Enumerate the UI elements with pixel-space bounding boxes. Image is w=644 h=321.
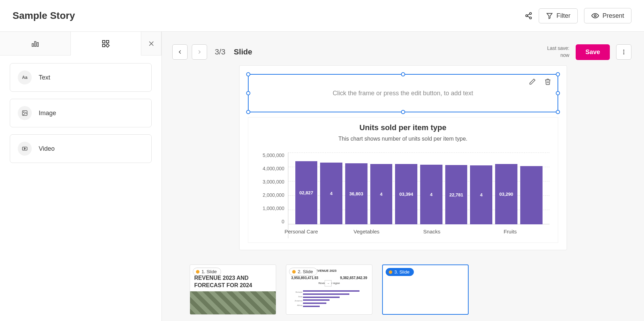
chevron-right-icon bbox=[196, 49, 203, 55]
canvas-toolbar: 3/3 Slide Last save: now Save bbox=[162, 40, 644, 64]
prev-slide-button[interactable] bbox=[172, 44, 188, 60]
thumbnail-3[interactable]: 3. Slide bbox=[382, 264, 469, 315]
resize-handle[interactable] bbox=[556, 72, 560, 76]
resize-handle[interactable] bbox=[556, 91, 560, 95]
chart-title: Units sold per item type bbox=[359, 123, 446, 132]
thumbnail-badge: 1. Slide bbox=[193, 268, 221, 276]
sidebar-content: Aa Text Image Video bbox=[0, 55, 161, 171]
video-icon bbox=[18, 142, 32, 156]
svg-point-21 bbox=[623, 52, 624, 53]
svg-rect-11 bbox=[106, 40, 109, 43]
sidebar: Aa Text Image Video bbox=[0, 32, 162, 321]
thumbnail-badge: 2. Slide bbox=[289, 268, 317, 276]
y-tick: 4,000,000 bbox=[263, 166, 284, 171]
y-tick: 3,000,000 bbox=[263, 179, 284, 185]
chart-bar: 4 bbox=[370, 164, 393, 224]
svg-rect-10 bbox=[103, 40, 105, 43]
edit-frame-button[interactable] bbox=[529, 78, 536, 87]
y-tick: 0 bbox=[282, 219, 285, 224]
chart-bar: 4 bbox=[320, 163, 342, 224]
chart-plot: 5,000,0004,000,0003,000,0002,000,0001,00… bbox=[257, 152, 550, 238]
sidebar-tabs bbox=[0, 32, 161, 55]
kebab-icon bbox=[621, 49, 627, 55]
filter-button[interactable]: Filter bbox=[539, 8, 578, 23]
tab-charts[interactable] bbox=[0, 32, 71, 55]
svg-point-0 bbox=[530, 13, 532, 15]
widget-text-label: Text bbox=[39, 74, 50, 81]
svg-point-22 bbox=[623, 53, 624, 54]
text-frame-selected[interactable]: Click the frame or press the edit button… bbox=[248, 74, 558, 112]
top-bar: Sample Story Filter Present bbox=[0, 0, 644, 32]
widget-text[interactable]: Aa Text bbox=[10, 63, 152, 92]
svg-point-20 bbox=[623, 50, 624, 51]
last-save-label: Last save: bbox=[547, 45, 569, 52]
widget-image[interactable]: Image bbox=[10, 99, 152, 127]
svg-point-1 bbox=[526, 15, 528, 17]
chart-bar bbox=[520, 166, 543, 224]
image-icon bbox=[18, 106, 32, 120]
slide-position: 3/3 bbox=[215, 47, 226, 57]
chevron-left-icon bbox=[177, 49, 183, 55]
filter-label: Filter bbox=[556, 12, 570, 20]
status-dot-icon bbox=[292, 270, 296, 274]
share-button[interactable] bbox=[525, 12, 532, 20]
resize-handle[interactable] bbox=[246, 72, 250, 76]
widget-video[interactable]: Video bbox=[10, 134, 152, 163]
svg-rect-7 bbox=[32, 44, 33, 46]
slide-name[interactable]: Slide bbox=[234, 47, 252, 57]
y-tick: 2,000,000 bbox=[263, 192, 284, 198]
y-tick: 5,000,000 bbox=[263, 152, 284, 158]
resize-handle[interactable] bbox=[556, 110, 560, 114]
next-slide-button[interactable] bbox=[192, 44, 207, 60]
status-dot-icon bbox=[196, 270, 199, 274]
svg-marker-5 bbox=[547, 13, 552, 18]
status-dot-icon bbox=[389, 270, 392, 274]
resize-handle[interactable] bbox=[401, 110, 405, 114]
filter-icon bbox=[546, 12, 553, 19]
svg-rect-12 bbox=[103, 44, 105, 47]
present-label: Present bbox=[603, 12, 624, 20]
chart-frame[interactable]: Units sold per item type This chart show… bbox=[248, 117, 558, 243]
top-actions: Filter Present bbox=[525, 8, 631, 23]
thumbnail-2[interactable]: 2. Slide REVENUE 2023 3,950,893,471.93 9… bbox=[286, 264, 372, 315]
more-actions-button[interactable] bbox=[616, 44, 631, 60]
present-button[interactable]: Present bbox=[584, 8, 631, 23]
chart-icon bbox=[31, 39, 39, 48]
svg-marker-19 bbox=[24, 148, 26, 150]
save-button[interactable]: Save bbox=[576, 44, 610, 60]
thumbnail-1[interactable]: 1. Slide REVENUE 2023 AND FORECAST FOR 2… bbox=[190, 264, 276, 315]
resize-handle[interactable] bbox=[246, 110, 250, 114]
chart-y-axis: 5,000,0004,000,0003,000,0002,000,0001,00… bbox=[257, 152, 288, 238]
widget-video-label: Video bbox=[39, 145, 55, 152]
y-tick: 1,000,000 bbox=[263, 206, 284, 211]
chart-bar: 4 bbox=[470, 165, 492, 224]
chart-subtitle: This chart shows number of units sold pe… bbox=[339, 136, 468, 142]
slide-canvas[interactable]: Click the frame or press the edit button… bbox=[239, 65, 567, 250]
svg-rect-13 bbox=[106, 44, 109, 47]
resize-handle[interactable] bbox=[246, 91, 250, 95]
money-image-placeholder bbox=[190, 291, 276, 314]
save-status: Last save: now bbox=[547, 45, 569, 59]
delete-frame-button[interactable] bbox=[544, 78, 551, 87]
svg-point-2 bbox=[530, 17, 532, 19]
chart-bar: 4 bbox=[420, 165, 442, 224]
chart-bars-area: 02,827436,803403,394422,781403,290 Perso… bbox=[288, 152, 550, 238]
svg-point-17 bbox=[23, 112, 24, 112]
text-frame-placeholder: Click the frame or press the edit button… bbox=[333, 90, 473, 97]
x-label: Fruits bbox=[503, 229, 517, 234]
pencil-icon bbox=[529, 78, 536, 85]
chart-bar: 22,781 bbox=[445, 165, 468, 224]
tab-widgets[interactable] bbox=[71, 32, 142, 55]
resize-handle[interactable] bbox=[401, 72, 405, 76]
slide-wrapper: Click the frame or press the edit button… bbox=[162, 64, 644, 258]
close-sidebar-button[interactable] bbox=[141, 32, 161, 55]
x-label: Personal Care bbox=[285, 229, 318, 234]
svg-line-4 bbox=[528, 16, 530, 17]
chart-bar: 03,290 bbox=[495, 164, 517, 224]
svg-rect-8 bbox=[35, 42, 36, 46]
chart-x-labels: Personal CareVegetablesSnacksFruits bbox=[288, 224, 550, 238]
text-icon: Aa bbox=[18, 70, 32, 84]
chart-bar: 03,394 bbox=[395, 164, 417, 224]
svg-point-6 bbox=[594, 15, 596, 17]
frame-actions bbox=[529, 78, 551, 87]
